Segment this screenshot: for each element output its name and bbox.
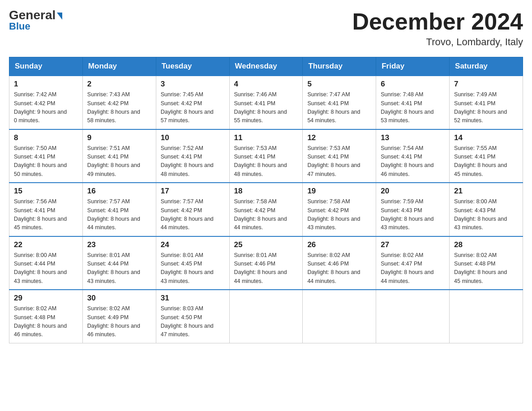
day-info: Sunrise: 7:52 AMSunset: 4:41 PMDaylight:… (161, 144, 225, 179)
day-number: 3 (161, 80, 225, 89)
calendar-cell: 6 Sunrise: 7:48 AMSunset: 4:41 PMDayligh… (376, 76, 450, 129)
day-info: Sunrise: 7:53 AMSunset: 4:41 PMDaylight:… (234, 144, 298, 179)
col-sunday: Sunday (9, 57, 83, 76)
day-number: 15 (14, 187, 78, 196)
calendar-cell: 3 Sunrise: 7:45 AMSunset: 4:42 PMDayligh… (156, 76, 229, 129)
day-info: Sunrise: 7:50 AMSunset: 4:41 PMDaylight:… (14, 144, 78, 179)
day-info: Sunrise: 7:58 AMSunset: 4:42 PMDaylight:… (307, 197, 371, 232)
calendar-cell: 12 Sunrise: 7:53 AMSunset: 4:41 PMDaylig… (303, 129, 376, 183)
logo: General Blue (9, 9, 62, 32)
calendar-cell: 18 Sunrise: 7:58 AMSunset: 4:42 PMDaylig… (229, 183, 303, 236)
day-info: Sunrise: 7:53 AMSunset: 4:41 PMDaylight:… (307, 144, 371, 179)
title-area: December 2024 Trovo, Lombardy, Italy (352, 9, 523, 48)
calendar-cell: 27 Sunrise: 8:02 AMSunset: 4:47 PMDaylig… (376, 236, 450, 290)
calendar-cell: 9 Sunrise: 7:51 AMSunset: 4:41 PMDayligh… (82, 129, 156, 183)
day-number: 6 (381, 80, 445, 89)
day-info: Sunrise: 8:03 AMSunset: 4:50 PMDaylight:… (161, 304, 225, 339)
calendar-cell: 29 Sunrise: 8:02 AMSunset: 4:48 PMDaylig… (9, 290, 83, 343)
calendar-cell: 22 Sunrise: 8:00 AMSunset: 4:44 PMDaylig… (9, 236, 83, 290)
day-info: Sunrise: 8:02 AMSunset: 4:46 PMDaylight:… (307, 251, 371, 286)
col-saturday: Saturday (450, 57, 523, 76)
day-info: Sunrise: 8:01 AMSunset: 4:45 PMDaylight:… (161, 251, 225, 286)
day-number: 18 (234, 187, 298, 196)
calendar-cell: 11 Sunrise: 7:53 AMSunset: 4:41 PMDaylig… (229, 129, 303, 183)
location-label: Trovo, Lombardy, Italy (352, 36, 523, 48)
day-info: Sunrise: 8:02 AMSunset: 4:49 PMDaylight:… (87, 304, 151, 339)
day-info: Sunrise: 7:57 AMSunset: 4:41 PMDaylight:… (87, 197, 151, 232)
calendar-cell: 23 Sunrise: 8:01 AMSunset: 4:44 PMDaylig… (82, 236, 156, 290)
day-number: 10 (161, 133, 225, 142)
calendar-cell: 19 Sunrise: 7:58 AMSunset: 4:42 PMDaylig… (303, 183, 376, 236)
calendar-cell: 4 Sunrise: 7:46 AMSunset: 4:41 PMDayligh… (229, 76, 303, 129)
week-row-2: 8 Sunrise: 7:50 AMSunset: 4:41 PMDayligh… (9, 129, 523, 183)
week-row-5: 29 Sunrise: 8:02 AMSunset: 4:48 PMDaylig… (9, 290, 523, 343)
col-thursday: Thursday (303, 57, 376, 76)
day-number: 2 (87, 80, 151, 89)
day-number: 31 (161, 294, 225, 303)
day-number: 25 (234, 240, 298, 249)
day-number: 21 (454, 187, 518, 196)
logo-text-line1: General (9, 9, 62, 21)
week-row-4: 22 Sunrise: 8:00 AMSunset: 4:44 PMDaylig… (9, 236, 523, 290)
calendar-cell: 20 Sunrise: 7:59 AMSunset: 4:43 PMDaylig… (376, 183, 450, 236)
month-title: December 2024 (352, 9, 523, 34)
day-info: Sunrise: 7:59 AMSunset: 4:43 PMDaylight:… (381, 197, 445, 232)
calendar-cell: 17 Sunrise: 7:57 AMSunset: 4:42 PMDaylig… (156, 183, 229, 236)
day-number: 8 (14, 133, 78, 142)
day-number: 27 (381, 240, 445, 249)
calendar-table: Sunday Monday Tuesday Wednesday Thursday… (9, 57, 523, 343)
week-row-1: 1 Sunrise: 7:42 AMSunset: 4:42 PMDayligh… (9, 76, 523, 129)
day-info: Sunrise: 7:56 AMSunset: 4:41 PMDaylight:… (14, 197, 78, 232)
day-number: 13 (381, 133, 445, 142)
day-number: 11 (234, 133, 298, 142)
day-number: 28 (454, 240, 518, 249)
day-number: 29 (14, 294, 78, 303)
calendar-cell (229, 290, 303, 343)
calendar-cell: 1 Sunrise: 7:42 AMSunset: 4:42 PMDayligh… (9, 76, 83, 129)
calendar-cell: 31 Sunrise: 8:03 AMSunset: 4:50 PMDaylig… (156, 290, 229, 343)
day-number: 20 (381, 187, 445, 196)
calendar-cell (376, 290, 450, 343)
calendar-cell: 8 Sunrise: 7:50 AMSunset: 4:41 PMDayligh… (9, 129, 83, 183)
col-monday: Monday (82, 57, 156, 76)
day-number: 30 (87, 294, 151, 303)
calendar-cell: 21 Sunrise: 8:00 AMSunset: 4:43 PMDaylig… (450, 183, 523, 236)
day-number: 4 (234, 80, 298, 89)
day-info: Sunrise: 7:49 AMSunset: 4:41 PMDaylight:… (454, 90, 518, 125)
calendar-cell: 14 Sunrise: 7:55 AMSunset: 4:41 PMDaylig… (450, 129, 523, 183)
day-number: 22 (14, 240, 78, 249)
day-info: Sunrise: 7:42 AMSunset: 4:42 PMDaylight:… (14, 90, 78, 125)
day-number: 12 (307, 133, 371, 142)
day-number: 14 (454, 133, 518, 142)
day-number: 24 (161, 240, 225, 249)
day-number: 7 (454, 80, 518, 89)
day-info: Sunrise: 7:54 AMSunset: 4:41 PMDaylight:… (381, 144, 445, 179)
calendar-cell: 16 Sunrise: 7:57 AMSunset: 4:41 PMDaylig… (82, 183, 156, 236)
day-info: Sunrise: 7:45 AMSunset: 4:42 PMDaylight:… (161, 90, 225, 125)
calendar-cell: 30 Sunrise: 8:02 AMSunset: 4:49 PMDaylig… (82, 290, 156, 343)
calendar-cell: 5 Sunrise: 7:47 AMSunset: 4:41 PMDayligh… (303, 76, 376, 129)
day-info: Sunrise: 8:00 AMSunset: 4:43 PMDaylight:… (454, 197, 518, 232)
page-header: General Blue December 2024 Trovo, Lombar… (9, 9, 523, 48)
calendar-cell: 2 Sunrise: 7:43 AMSunset: 4:42 PMDayligh… (82, 76, 156, 129)
calendar-cell: 13 Sunrise: 7:54 AMSunset: 4:41 PMDaylig… (376, 129, 450, 183)
col-tuesday: Tuesday (156, 57, 229, 76)
calendar-cell: 25 Sunrise: 8:01 AMSunset: 4:46 PMDaylig… (229, 236, 303, 290)
calendar-cell (303, 290, 376, 343)
calendar-cell: 28 Sunrise: 8:02 AMSunset: 4:48 PMDaylig… (450, 236, 523, 290)
day-number: 16 (87, 187, 151, 196)
day-info: Sunrise: 8:02 AMSunset: 4:48 PMDaylight:… (14, 304, 78, 339)
calendar-cell: 26 Sunrise: 8:02 AMSunset: 4:46 PMDaylig… (303, 236, 376, 290)
calendar-cell: 15 Sunrise: 7:56 AMSunset: 4:41 PMDaylig… (9, 183, 83, 236)
day-info: Sunrise: 7:48 AMSunset: 4:41 PMDaylight:… (381, 90, 445, 125)
day-number: 26 (307, 240, 371, 249)
day-number: 17 (161, 187, 225, 196)
day-number: 19 (307, 187, 371, 196)
day-info: Sunrise: 7:43 AMSunset: 4:42 PMDaylight:… (87, 90, 151, 125)
calendar-cell: 10 Sunrise: 7:52 AMSunset: 4:41 PMDaylig… (156, 129, 229, 183)
day-info: Sunrise: 7:46 AMSunset: 4:41 PMDaylight:… (234, 90, 298, 125)
day-info: Sunrise: 7:47 AMSunset: 4:41 PMDaylight:… (307, 90, 371, 125)
day-number: 9 (87, 133, 151, 142)
calendar-cell (450, 290, 523, 343)
day-info: Sunrise: 8:02 AMSunset: 4:47 PMDaylight:… (381, 251, 445, 286)
